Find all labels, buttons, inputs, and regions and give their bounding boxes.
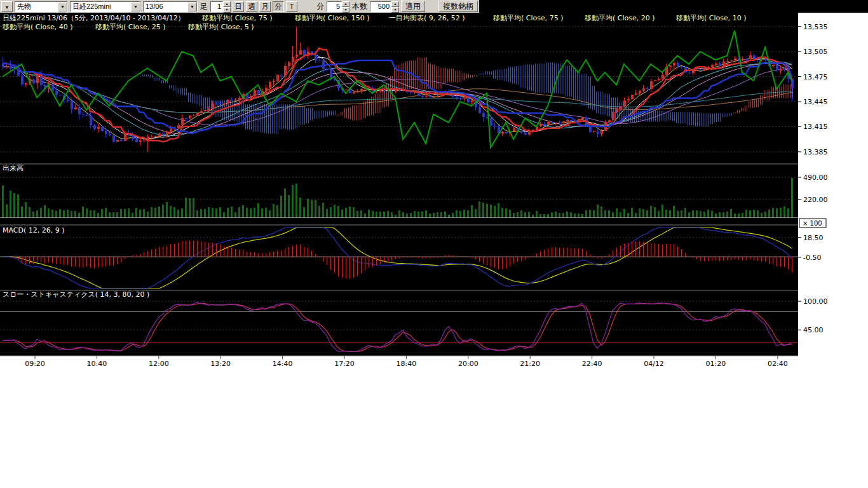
time-axis-label: 22:40 [582, 360, 602, 368]
indicator-label: 移動平均( Close, 25 ) [95, 23, 166, 31]
count-label: 本数 [351, 1, 368, 12]
chevron-down-icon: ▼ [58, 2, 67, 11]
stoch-panel-title: スロー・ストキャスティクス( 14, 3, 80, 20 ) [3, 290, 149, 299]
chart-canvas[interactable]: 13,53513,50513,47513,44513,41513,385490.… [0, 13, 868, 369]
count-stepper[interactable]: 500 ▲▼ [370, 1, 399, 12]
period-tick-button[interactable]: T [286, 1, 297, 12]
symbol-select-value: 日経225mini [71, 2, 131, 11]
period-month-button[interactable]: 月 [259, 1, 271, 12]
bar-type-label: 足 [200, 1, 208, 12]
apply-button[interactable]: 適用 [401, 1, 425, 12]
bar-multiplier-value: 1 [210, 1, 223, 12]
indicator-label: 移動平均( Close, 5 ) [188, 23, 254, 31]
price-axis-label: 13,445 [803, 98, 828, 106]
time-axis-label: 09:20 [25, 360, 45, 368]
period-day-button[interactable]: 日 [233, 1, 244, 12]
time-axis-label: 20:00 [458, 360, 478, 368]
time-axis-label: 01:20 [706, 360, 726, 368]
time-axis-label: 13:20 [210, 360, 231, 368]
macd-panel-title: MACD( 12, 26, 9 ) [3, 226, 65, 234]
time-axis-label: 17:20 [334, 360, 355, 368]
chart-title: 日経225mini 13/06（5分, 2013/04/10 - 2013/04… [3, 14, 185, 22]
period-minute-button[interactable]: 分 [273, 1, 284, 12]
price-axis-label: 13,535 [803, 23, 828, 31]
indicator-label: 一目均衡表( 9, 26, 52 ) [389, 14, 465, 22]
multi-symbol-button[interactable]: 複数銘柄 [438, 1, 478, 12]
time-axis-label: 12:00 [149, 360, 169, 368]
indicator-label: 移動平均( Close, 75 ) [493, 14, 564, 22]
time-axis-label: 04/12 [644, 360, 664, 368]
volume-panel-title: 出来高 [3, 164, 24, 172]
volume-axis-label: 220.00 [803, 196, 828, 204]
right-axis: 13,53513,50513,47513,44513,41513,385490.… [798, 23, 828, 334]
indicator-label: 移動平均( Close, 20 ) [585, 14, 655, 22]
minute-value: 5 [327, 1, 342, 12]
toolbar: ▼ 先物 ▼ 日経225mini ▼ 13/06 ▼ 足 1 ▲▼ 日 週 月 … [0, 0, 868, 13]
contract-select[interactable]: 13/06 ▼ [143, 1, 198, 12]
spinner-arrows-icon[interactable]: ▲▼ [342, 1, 349, 12]
chevron-down-icon: ▼ [131, 2, 140, 11]
collapse-button[interactable]: ▼ [1, 1, 13, 12]
price-axis-label: 13,385 [803, 148, 828, 156]
period-week-button[interactable]: 週 [246, 1, 257, 12]
price-axis-label: 13,505 [803, 48, 828, 56]
indicator-label: 移動平均( Close, 40 ) [3, 23, 73, 31]
indicator-label: 移動平均( Close, 75 ) [202, 14, 273, 22]
macd-axis-label: -0.50 [803, 254, 821, 262]
stoch-axis-label: 100.00 [803, 297, 828, 306]
stoch-axis-label: 45.00 [803, 326, 824, 334]
price-axis-label: 13,475 [803, 73, 828, 81]
time-axis-labels: 09:2010:4012:0013:2014:4017:2018:4020:00… [25, 356, 788, 368]
macd-axis-label: 18.50 [803, 234, 824, 242]
indicator-label: 移動平均( Close, 10 ) [676, 14, 747, 22]
bar-multiplier-stepper[interactable]: 1 ▲▼ [210, 1, 231, 12]
minute-stepper[interactable]: 5 ▲▼ [327, 1, 349, 12]
symbol-select[interactable]: 日経225mini ▼ [70, 1, 141, 12]
category-select[interactable]: 先物 ▼ [15, 1, 68, 12]
contract-select-value: 13/06 [144, 3, 187, 10]
count-value: 500 [370, 1, 391, 12]
chevron-down-icon: ▼ [5, 5, 10, 10]
chevron-down-icon: ▼ [187, 2, 197, 11]
volume-axis-label: 490.00 [803, 173, 828, 182]
spinner-arrows-icon[interactable]: ▲▼ [391, 1, 399, 12]
time-axis-label: 21:20 [520, 360, 540, 368]
minute-label: 分 [316, 1, 325, 12]
price-axis-label: 13,415 [803, 123, 828, 131]
time-axis-label: 18:40 [397, 360, 417, 368]
volume-multiplier-label: × 100 [803, 220, 822, 227]
time-axis-label: 10:40 [87, 360, 107, 368]
spinner-arrows-icon[interactable]: ▲▼ [223, 1, 231, 12]
indicator-label: 移動平均( Close, 150 ) [295, 14, 370, 22]
toolbar-controls: ▼ 先物 ▼ 日経225mini ▼ 13/06 ▼ 足 1 ▲▼ 日 週 月 … [0, 0, 479, 13]
time-axis-label: 02:40 [768, 360, 788, 368]
category-select-value: 先物 [15, 2, 58, 11]
time-axis-label: 14:40 [273, 360, 293, 368]
